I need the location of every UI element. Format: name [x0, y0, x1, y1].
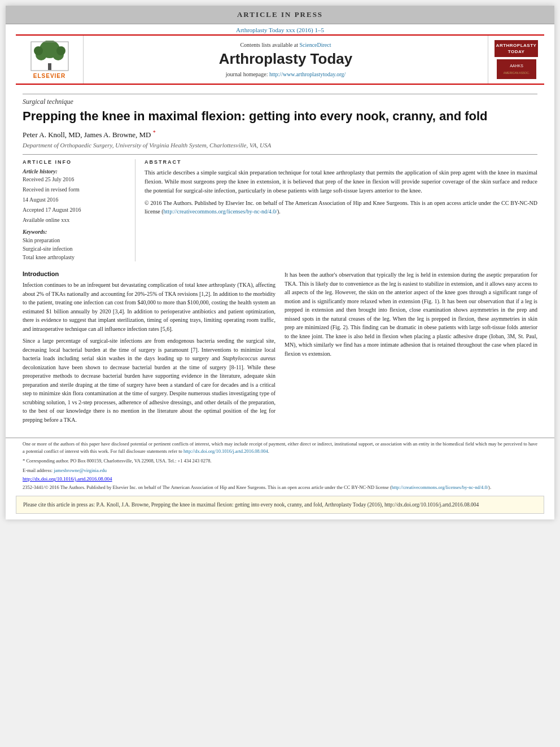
- article-info: ARTICLE INFO Article history: Received 2…: [23, 159, 135, 261]
- aip-banner-text: ARTICLE IN PRESS: [237, 10, 323, 19]
- received-date: Received 25 July 2016: [23, 176, 128, 184]
- article-title: Prepping the knee in maximal flexion: ge…: [23, 108, 537, 125]
- svg-text:AMERICAN ASSOC.: AMERICAN ASSOC.: [503, 71, 529, 75]
- keyword-2: Surgical-site infection: [23, 244, 128, 253]
- email-link[interactable]: jamesbrowne@virginia.edu: [54, 468, 107, 473]
- copyright-text-suffix: ).: [277, 208, 281, 215]
- intro-para-2: Since a large percentage of surgical-sit…: [23, 337, 275, 424]
- aahks-logo-icon: AAHKS AMERICAN ASSOC.: [497, 59, 536, 79]
- top-divider: [23, 94, 537, 94]
- journal-header-center: Contents lists available at ScienceDirec…: [84, 36, 488, 84]
- authors-text: Peter A. Knoll, MD, James A. Browne, MD: [23, 130, 151, 139]
- doi-line: http://dx.doi.org/10.1016/j.artd.2016.08…: [6, 474, 554, 483]
- mid-divider: [23, 154, 537, 155]
- cc-license-close: ).: [488, 484, 491, 490]
- cc-link[interactable]: http://creativecommons.org/licenses/by-n…: [164, 208, 277, 215]
- contents-label: Contents lists available at: [240, 42, 298, 48]
- keyword-1: Skin preparation: [23, 236, 128, 244]
- footnote-section: One or more of the authors of this paper…: [6, 438, 554, 474]
- homepage-label: journal homepage:: [226, 71, 268, 77]
- abstract-col: ABSTRACT This article describes a simple…: [145, 159, 537, 261]
- authors: Peter A. Knoll, MD, James A. Browne, MD …: [23, 129, 537, 139]
- elsevier-tree-icon: [30, 41, 69, 72]
- cc-license-line: 2352-3441/© 2016 The Authors. Published …: [6, 483, 554, 492]
- intro-para-1: Infection continues to be an infrequent …: [23, 281, 275, 333]
- svg-point-5: [56, 46, 65, 55]
- at-logo-line2: TODAY: [496, 49, 537, 55]
- cc-license-link[interactable]: http://creativecommons.org/licenses/by-n…: [392, 484, 488, 490]
- journal-citation: Arthroplasty Today xxx (2016) 1–5: [6, 24, 554, 34]
- svg-rect-0: [48, 63, 51, 70]
- accepted-date: Accepted 17 August 2016: [23, 206, 128, 214]
- corresponding-text: * Corresponding author. PO Box 800159, C…: [23, 458, 212, 464]
- elsevier-wordmark: ELSEVIER: [33, 73, 65, 79]
- arthroplasty-today-logo: ARTHROPLASTY TODAY: [495, 40, 539, 57]
- revised-date: 14 August 2016: [23, 196, 128, 204]
- body-right-col: It has been the author's observation tha…: [285, 270, 537, 427]
- article-section: Surgical technique Prepping the knee in …: [6, 85, 554, 261]
- disclosure-link[interactable]: http://dx.doi.org/10.1016/j.artd.2016.08…: [183, 448, 268, 454]
- contents-line: Contents lists available at ScienceDirec…: [240, 42, 331, 48]
- elsevier-logo-area: ELSEVIER: [16, 36, 84, 84]
- sciencedirect-link[interactable]: ScienceDirect: [299, 42, 331, 48]
- cc-license-text: 2352-3441/© 2016 The Authors. Published …: [23, 484, 392, 490]
- email-line: E-mail address: jamesbrowne@virginia.edu: [23, 467, 537, 474]
- corresponding-author-note: * Corresponding author. PO Box 800159, C…: [23, 457, 537, 465]
- author-asterisk: *: [153, 129, 156, 136]
- abstract-text: This article describes a simple surgical…: [145, 168, 537, 195]
- page: ARTICLE IN PRESS Arthroplasty Today xxx …: [6, 6, 554, 519]
- doi-link[interactable]: http://dx.doi.org/10.1016/j.artd.2016.08…: [23, 476, 112, 482]
- citation-text: Please cite this article in press as: P.…: [23, 502, 479, 508]
- email-label: E-mail address:: [23, 468, 53, 473]
- main-body: Introduction Infection continues to be a…: [6, 261, 554, 433]
- abstract-title: ABSTRACT: [145, 159, 537, 165]
- keyword-3: Total knee arthroplasty: [23, 253, 128, 261]
- svg-rect-7: [497, 59, 536, 79]
- aip-banner: ARTICLE IN PRESS: [6, 6, 554, 24]
- revised-label: Received in revised form: [23, 186, 128, 194]
- journal-header: ELSEVIER Contents lists available at Sci…: [16, 34, 544, 85]
- disclosure-footnote: One or more of the authors of this paper…: [23, 440, 537, 455]
- at-logo-container: ARTHROPLASTY TODAY AAHKS AMERICAN ASSOC.: [494, 40, 539, 79]
- copyright-text: © 2016 The Authors. Published by Elsevie…: [145, 199, 537, 216]
- email-address: jamesbrowne@virginia.edu: [54, 468, 107, 473]
- homepage-url[interactable]: http://www.arthroplastytoday.org/: [269, 71, 345, 77]
- at-logo-line1: ARTHROPLASTY: [496, 42, 537, 49]
- intro-heading: Introduction: [23, 270, 275, 277]
- journal-citation-text: Arthroplasty Today xxx (2016) 1–5: [236, 27, 324, 33]
- svg-text:AAHKS: AAHKS: [510, 64, 523, 68]
- history-label: Article history:: [23, 168, 128, 174]
- elsevier-logo: ELSEVIER: [30, 41, 69, 79]
- article-type: Surgical technique: [23, 98, 537, 106]
- info-abstract-cols: ARTICLE INFO Article history: Received 2…: [23, 159, 537, 261]
- svg-point-4: [34, 46, 43, 55]
- article-info-title: ARTICLE INFO: [23, 159, 128, 165]
- available-date: Available online xxx: [23, 216, 128, 224]
- keywords-label: Keywords:: [23, 229, 128, 235]
- affiliation: Department of Orthopaedic Surgery, Unive…: [23, 142, 537, 148]
- body-left-col: Introduction Infection continues to be a…: [23, 270, 275, 427]
- journal-title: Arthroplasty Today: [219, 50, 352, 68]
- homepage-line: journal homepage: http://www.arthroplast…: [226, 71, 345, 77]
- arthroplasty-logo-area: ARTHROPLASTY TODAY AAHKS AMERICAN ASSOC.: [488, 36, 544, 84]
- citation-box: Please cite this article in press as: P.…: [16, 496, 544, 514]
- right-para-1: It has been the author's observation tha…: [285, 270, 537, 358]
